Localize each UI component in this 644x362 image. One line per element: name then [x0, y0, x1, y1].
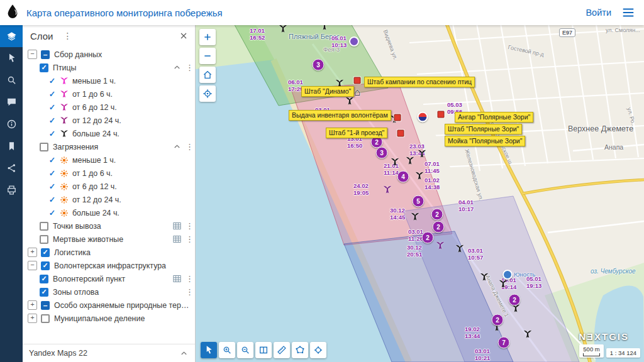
- login-button[interactable]: Войти: [586, 8, 611, 18]
- chevron-up-icon[interactable]: [172, 142, 182, 151]
- table-icon[interactable]: [172, 221, 182, 231]
- kebab-menu-icon[interactable]: ⋮: [186, 274, 191, 283]
- collapse-toggle-volunteer-infrastructure[interactable]: −: [28, 261, 37, 270]
- checkbox-volunteer-infrastructure[interactable]: ✓: [41, 261, 50, 270]
- layer-row-volunteer-infrastructure[interactable]: −✓Волонтерская инфраструктура: [23, 259, 195, 272]
- layer-row-volunteer-point[interactable]: ✓Волонтерский пункт⋮: [23, 272, 195, 285]
- layer-row-birds-lt1h[interactable]: ✓меньше 1 ч.: [23, 74, 195, 87]
- collapse-toggle-data-collection[interactable]: −: [28, 50, 37, 59]
- checkbox-volunteer-point[interactable]: ✓: [40, 275, 48, 283]
- expand-toggle-municipal-division[interactable]: +: [28, 314, 37, 323]
- checkbox-birds[interactable]: ✓: [40, 63, 48, 72]
- checkbox-birds-lt1h[interactable]: ✓: [48, 76, 57, 85]
- checkbox-capture-zones[interactable]: ✓: [40, 288, 48, 297]
- identify-tool-button[interactable]: [0, 47, 23, 69]
- share-icon: [6, 163, 17, 173]
- checkbox-pollution-12-24h[interactable]: ✓: [48, 195, 57, 204]
- search-button[interactable]: [0, 69, 23, 91]
- layer-row-pollution-lt1h[interactable]: ✓меньше 1 ч.: [23, 153, 195, 167]
- layer-label-capture-zones: Зоны отлова: [53, 288, 182, 297]
- checkbox-municipal-division[interactable]: [41, 314, 50, 323]
- layer-row-dead-animals[interactable]: Мертвые животные⋮: [23, 233, 195, 246]
- layer-row-logistics[interactable]: +✓Логистика: [23, 246, 195, 259]
- kebab-menu-icon[interactable]: ⋮: [186, 63, 191, 72]
- panel-close-icon[interactable]: [179, 31, 189, 41]
- layer-row-birds-12-24h[interactable]: ✓от 12 до 24 ч.: [23, 114, 195, 127]
- expand-toggle-protected-areas[interactable]: +: [28, 300, 37, 310]
- annotations-button[interactable]: [0, 91, 23, 113]
- layer-row-pickup-points[interactable]: Точки вывоза⋮: [23, 219, 195, 233]
- kebab-menu-icon[interactable]: ⋮: [186, 142, 191, 151]
- zoom-out-tool-button[interactable]: [237, 342, 253, 358]
- checkbox-pickup-points[interactable]: [40, 222, 48, 231]
- checkbox-data-collection[interactable]: –: [41, 50, 50, 59]
- feature-tooltip: Мойка "Полярные Зори": [445, 136, 525, 146]
- bookmarks-button[interactable]: [0, 135, 23, 157]
- layer-row-birds-gt24h[interactable]: ✓больше 24 ч.: [23, 127, 195, 140]
- print-icon: [6, 185, 17, 195]
- map-canvas[interactable]: Пляжный БерегФея-3Видяева ул.Гостевой пр…: [196, 25, 644, 362]
- layer-row-birds-1-6h[interactable]: ✓от 1 до 6 ч.: [23, 87, 195, 101]
- zoom-out-button[interactable]: [199, 48, 216, 64]
- feature-tooltip: Штаб "Динамо": [301, 86, 354, 97]
- sun-legend-icon: [60, 156, 69, 165]
- layers-panel-button[interactable]: [0, 25, 23, 47]
- scale-ratio: 1 : 34 124: [606, 348, 640, 358]
- share-button[interactable]: [0, 157, 23, 179]
- layer-row-birds[interactable]: ✓Птицы⋮: [23, 61, 195, 74]
- expand-toggle-logistics[interactable]: +: [28, 248, 37, 257]
- layer-row-data-collection[interactable]: −–Сбор данных: [23, 48, 195, 61]
- checkbox-logistics[interactable]: ✓: [41, 248, 50, 257]
- kebab-menu-icon[interactable]: ⋮: [186, 234, 191, 244]
- checkbox-birds-12-24h[interactable]: ✓: [48, 116, 57, 125]
- zoom-in-button[interactable]: [199, 29, 216, 45]
- layer-row-pollution[interactable]: Загрязнения⋮: [23, 140, 195, 153]
- chevron-up-icon[interactable]: [179, 349, 189, 358]
- kebab-menu-icon[interactable]: ⋮: [186, 287, 191, 297]
- table-icon[interactable]: [172, 234, 182, 244]
- checkbox-birds-1-6h[interactable]: ✓: [48, 89, 57, 99]
- checkbox-pollution-1-6h[interactable]: ✓: [48, 168, 57, 178]
- measure-area-button[interactable]: [292, 342, 308, 358]
- layer-row-protected-areas[interactable]: +–Особо охраняемые природные территории: [23, 299, 195, 312]
- search-icon: [6, 75, 17, 85]
- checkbox-pollution-gt24h[interactable]: ✓: [48, 208, 57, 217]
- basemap-selector[interactable]: Yandex Maps 22: [23, 344, 195, 362]
- layer-label-birds-1-6h: от 1 до 6 ч.: [72, 90, 191, 99]
- feature-tooltip: Штаб "1-й проезд": [326, 128, 387, 138]
- table-icon[interactable]: [172, 274, 182, 283]
- layer-row-pollution-gt24h[interactable]: ✓больше 24 ч.: [23, 206, 195, 219]
- checkbox-pollution[interactable]: [40, 143, 48, 151]
- layer-row-pollution-6-12h[interactable]: ✓от 6 до 12 ч.: [23, 180, 195, 193]
- checkbox-protected-areas[interactable]: –: [41, 301, 50, 310]
- panel-kebab-menu-icon[interactable]: ⋮: [63, 31, 69, 41]
- layer-row-municipal-division[interactable]: +Муниципальное деление: [23, 312, 195, 325]
- home-extent-button[interactable]: [199, 67, 216, 83]
- app-window: Карта оперативного мониторинга побережья…: [0, 0, 644, 362]
- checkbox-pollution-6-12h[interactable]: ✓: [48, 182, 57, 191]
- kebab-menu-icon[interactable]: ⋮: [186, 221, 191, 231]
- chevron-up-icon[interactable]: [172, 63, 182, 72]
- checkbox-pollution-lt1h[interactable]: ✓: [48, 155, 57, 165]
- layer-tree: −–Сбор данных✓Птицы⋮✓меньше 1 ч.✓от 1 до…: [23, 47, 195, 344]
- layers-icon: [6, 31, 17, 41]
- checkbox-dead-animals[interactable]: [40, 235, 48, 244]
- geolocate-button[interactable]: [199, 85, 216, 102]
- measure-distance-button[interactable]: [274, 342, 290, 358]
- layer-row-pollution-1-6h[interactable]: ✓от 1 до 6 ч.: [23, 167, 195, 180]
- description-button[interactable]: [0, 113, 23, 135]
- hamburger-menu-icon[interactable]: [621, 6, 635, 19]
- layer-row-pollution-12-24h[interactable]: ✓от 12 до 24 ч.: [23, 193, 195, 206]
- zoom-in-tool-button[interactable]: [219, 342, 235, 358]
- checkbox-birds-6-12h[interactable]: ✓: [48, 102, 57, 112]
- checkbox-birds-gt24h[interactable]: ✓: [48, 129, 57, 138]
- print-button[interactable]: [0, 179, 23, 201]
- map-tooltips-layer: Штаб кампании по спасению птицШтаб "Дина…: [196, 25, 644, 362]
- layer-row-capture-zones[interactable]: ✓Зоны отлова⋮: [23, 285, 195, 299]
- locate-tool-button[interactable]: [310, 342, 326, 358]
- swipe-tool-button[interactable]: [255, 342, 272, 358]
- layer-row-birds-6-12h[interactable]: ✓от 6 до 12 ч.: [23, 101, 195, 114]
- sun-legend-icon: [60, 209, 69, 217]
- pan-tool-button[interactable]: [201, 342, 217, 358]
- feature-tooltip: Штаб "Полярные Зори": [445, 124, 522, 134]
